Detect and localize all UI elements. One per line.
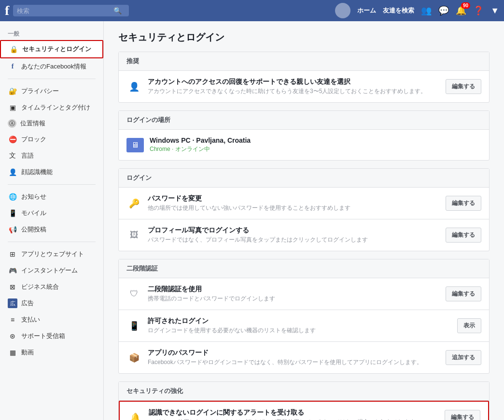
page-title: セキュリティとログイン (118, 31, 490, 44)
sidebar-item-notifications[interactable]: 🌐 お知らせ (0, 189, 103, 205)
sidebar-item-instant-games-label: インスタントゲーム (21, 266, 78, 275)
main-content: セキュリティとログイン 推奨 👤 アカウントへのアクセスの回復をサポートできる親… (104, 21, 504, 420)
sidebar-item-face-recognition-label: 顔認識機能 (21, 168, 53, 176)
sidebar-item-privacy[interactable]: 🔐 プライバシー (0, 83, 103, 99)
login-alerts-subtitle: ログインに使用したデバイスまたはブラウザーが普段使用しているものではない場合にお… (149, 418, 439, 420)
windows-pc-text: Windows PC · Pavljana, Croatia Chrome · … (150, 136, 481, 153)
section-security-strengthen-header: セキュリティの強化 (119, 382, 489, 401)
change-password-edit-button[interactable]: 編集する (446, 196, 481, 211)
sidebar-item-payment[interactable]: ≡ 支払い (0, 312, 103, 328)
dropdown-icon[interactable]: ▼ (490, 6, 499, 16)
security-icon: 🔒 (9, 44, 18, 54)
payment-icon: ≡ (8, 315, 17, 325)
friends-icon[interactable]: 👥 (421, 5, 432, 16)
instant-games-icon: 🎮 (8, 266, 17, 275)
sidebar-item-location-label: 位置情報 (20, 119, 45, 128)
search-input[interactable] (17, 7, 113, 14)
sidebar-item-facebook-info[interactable]: f あなたのFacebook情報 (0, 58, 103, 75)
notifications-icon[interactable]: 🔔 90 (456, 5, 466, 16)
change-password-text: パスワードを変更 他の場所では使用していない強いパスワードを使用することをおすす… (148, 194, 440, 212)
login-alerts-edit-button[interactable]: 編集する (445, 410, 480, 420)
sidebar-item-language-label: 言語 (21, 151, 34, 160)
photo-login-edit-button[interactable]: 編集する (446, 228, 481, 243)
notification-badge: 90 (461, 2, 470, 9)
windows-pc-subtitle: Chrome · オンライン中 (150, 145, 481, 153)
app-passwords-add-button[interactable]: 追加する (446, 350, 481, 365)
app-passwords-title: アプリのパスワード (148, 349, 440, 357)
ads-icon: 広 (8, 298, 17, 308)
sidebar-item-public-posts-label: 公開投稿 (21, 225, 46, 234)
sidebar-item-notifications-label: お知らせ (21, 192, 46, 201)
row-change-password: 🔑 パスワードを変更 他の場所では使用していない強いパスワードを使用することをお… (119, 188, 489, 219)
section-login-location: ログインの場所 🖥 Windows PC · Pavljana, Croatia… (118, 110, 490, 161)
mobile-device-icon: 📱 (126, 318, 142, 334)
language-icon: 文 (8, 151, 17, 161)
nav-right-area: ホーム 友達を検索 👥 💬 🔔 90 ❓ ▼ (335, 3, 499, 18)
sidebar-divider-1 (8, 79, 96, 79)
sidebar-item-face-recognition[interactable]: 👤 顔認識機能 (0, 164, 103, 180)
section-two-factor-header: 二段階認証 (119, 259, 489, 278)
sidebar-item-language[interactable]: 文 言語 (0, 148, 103, 164)
monitor-icon: 🖥 (126, 138, 144, 152)
sidebar-general-title: 一般 (0, 27, 103, 40)
sidebar-item-business-label: ビジネス統合 (21, 283, 59, 291)
section-recommended-header: 推奨 (119, 52, 489, 71)
sidebar-item-apps[interactable]: ⊞ アプリとウェブサイト (0, 246, 103, 262)
sidebar-item-business[interactable]: ⊠ ビジネス統合 (0, 279, 103, 295)
help-icon[interactable]: ❓ (473, 5, 484, 16)
change-password-title: パスワードを変更 (148, 194, 440, 203)
sidebar-item-support[interactable]: ⊛ サポート受信箱 (0, 328, 103, 344)
sidebar-item-security[interactable]: 🔒 セキュリティとログイン (0, 40, 103, 58)
use-two-factor-subtitle: 携帯電話のコードとパスワードでログインします (148, 295, 440, 303)
sidebar-divider-3 (8, 242, 96, 242)
sidebar-item-location[interactable]: Ⓐ 位置情報 (0, 116, 103, 131)
authorized-logins-text: 許可されたログイン ログインコードを使用する必要がない機器のリストを確認します (148, 317, 451, 335)
trusted-friends-edit-button[interactable]: 編集する (446, 79, 481, 94)
sidebar-item-facebook-info-label: あなたのFacebook情報 (21, 62, 86, 71)
row-login-alerts: 🔔 認識できないログインに関するアラートを受け取る ログインに使用したデバイスま… (119, 401, 489, 420)
row-authorized-logins: 📱 許可されたログイン ログインコードを使用する必要がない機器のリストを確認しま… (119, 310, 489, 342)
business-icon: ⊠ (8, 282, 17, 292)
facebook-info-icon: f (8, 62, 17, 71)
sidebar-item-public-posts[interactable]: 📢 公開投稿 (0, 221, 103, 238)
sidebar-item-ads-label: 広告 (21, 299, 34, 308)
use-two-factor-text: 二段階認証を使用 携帯電話のコードとパスワードでログインします (148, 285, 440, 303)
section-security-strengthen: セキュリティの強化 🔔 認識できないログインに関するアラートを受け取る ログイン… (118, 381, 490, 420)
trusted-friends-subtitle: アカウントにアクセスできなくなった時に助けてもらう友達を3〜5人設定しておくこと… (148, 87, 440, 95)
app-passwords-icon: 📦 (126, 350, 142, 366)
windows-pc-title: Windows PC · Pavljana, Croatia (150, 136, 481, 144)
change-password-subtitle: 他の場所では使用していない強いパスワードを使用することをおすすめします (148, 204, 440, 212)
privacy-icon: 🔐 (8, 86, 17, 96)
sidebar-item-block[interactable]: ⛔ ブロック (0, 131, 103, 148)
find-friends-link[interactable]: 友達を検索 (383, 6, 414, 15)
online-status: オンライン中 (175, 146, 210, 152)
sidebar-item-ads[interactable]: 広 広告 (0, 295, 103, 312)
bell-icon: 🔔 (127, 410, 143, 420)
app-passwords-text: アプリのパスワード Facebookパスワードやログインコードではなく、特別なパ… (148, 349, 440, 366)
facebook-logo[interactable]: f (5, 3, 9, 18)
avatar[interactable] (335, 3, 350, 18)
search-box[interactable]: 🔍 (13, 5, 129, 16)
use-two-factor-edit-button[interactable]: 編集する (446, 286, 481, 301)
photo-login-icon: 🖼 (126, 228, 142, 243)
home-link[interactable]: ホーム (357, 6, 376, 15)
sidebar-item-video[interactable]: ▦ 動画 (0, 344, 103, 361)
sidebar-item-support-label: サポート受信箱 (21, 332, 65, 340)
row-photo-login: 🖼 プロフィール写真でログインする パスワードではなく、プロフィール写真をタップ… (119, 219, 489, 251)
sidebar-item-privacy-label: プライバシー (21, 87, 59, 95)
messenger-icon[interactable]: 💬 (438, 5, 449, 16)
face-recognition-icon: 👤 (8, 167, 17, 177)
section-login: ログイン 🔑 パスワードを変更 他の場所では使用していない強いパスワードを使用す… (118, 168, 490, 251)
row-windows-pc: 🖥 Windows PC · Pavljana, Croatia Chrome … (119, 130, 489, 160)
search-icon: 🔍 (113, 7, 122, 14)
sidebar-item-block-label: ブロック (21, 135, 46, 144)
sidebar-item-timeline[interactable]: ▣ タイムラインとタグ付け (0, 99, 103, 116)
sidebar-item-mobile[interactable]: 📱 モバイル (0, 205, 103, 221)
sidebar-item-instant-games[interactable]: 🎮 インスタントゲーム (0, 262, 103, 279)
sidebar-item-timeline-label: タイムラインとタグ付け (21, 103, 90, 112)
authorized-logins-show-button[interactable]: 表示 (457, 318, 481, 333)
authorized-logins-title: 許可されたログイン (148, 317, 451, 325)
support-icon: ⊛ (8, 331, 17, 341)
key-icon: 🔑 (126, 196, 142, 211)
location-icon: Ⓐ (8, 119, 16, 128)
